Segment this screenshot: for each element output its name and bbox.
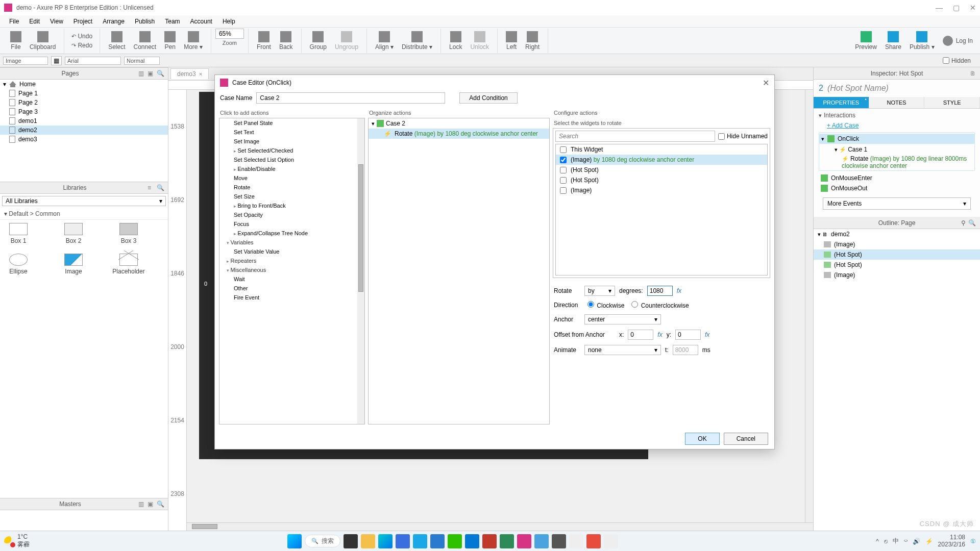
action-item[interactable]: Wait [219,274,364,284]
maximize-button[interactable]: ▢ [953,4,960,12]
action-item[interactable]: Set Size [219,192,364,201]
tab-properties[interactable]: PROPERTIES [814,97,869,108]
action-item[interactable]: Set Opacity [219,210,364,219]
tray-chevron-icon[interactable]: ^ [876,538,879,545]
right-button[interactable]: Right [521,30,544,52]
app-icon[interactable] [413,534,427,548]
scrollbar[interactable] [357,118,364,424]
insert-icon[interactable]: ▦ [51,56,62,65]
widget-search-input[interactable] [555,131,715,142]
pages-home[interactable]: ▾ Home [0,80,168,89]
action-item[interactable]: Focus [219,219,364,229]
lib-placeholder[interactable]: Placeholder [113,254,144,275]
page-item[interactable]: Page 1 [0,89,168,98]
widget-row[interactable]: This Widget [556,144,767,155]
style-combo[interactable] [124,57,160,65]
horizontal-scrollbar[interactable] [187,522,813,531]
group-button[interactable]: Group [306,30,331,52]
doc-icon[interactable]: 🗎 [970,70,976,77]
lib-menu-icon[interactable]: ≡ [148,184,155,191]
publish-button[interactable]: Publish ▾ [905,30,939,52]
library-selector[interactable]: All Libraries▾ [2,196,166,206]
wechat-icon[interactable] [448,534,462,548]
app-icon[interactable] [500,534,514,548]
undo-button[interactable]: ↶ Undo [68,32,95,40]
outline-item[interactable]: (Hot Spot) [814,249,980,260]
menu-view[interactable]: View [45,17,68,26]
more-tools[interactable]: More ▾ [180,30,207,52]
widget-row[interactable]: (Image) [556,185,767,195]
axure-icon[interactable] [517,534,531,548]
organize-action[interactable]: ⚡Rotate (Image) by 1080 deg clockwise an… [369,129,549,139]
app-icon[interactable] [552,534,566,548]
menu-help[interactable]: Help [217,17,240,26]
taskbar-search[interactable]: 🔍 搜索 [305,535,340,547]
organize-case[interactable]: ▾ Case 2 [369,118,549,129]
app-icon[interactable] [604,534,618,548]
volume-icon[interactable]: 🔊 [913,538,920,545]
add-master-folder-icon[interactable]: ▣ [148,500,155,508]
ime-indicator[interactable]: 中 [893,537,899,545]
page-item[interactable]: demo2 [0,126,168,135]
action-item[interactable]: Set Image [219,137,364,146]
event-onclick[interactable]: ▾ OnClick [819,134,974,144]
back-button[interactable]: Back [275,30,297,52]
counterclockwise-radio[interactable]: Counterclockwise [628,301,689,309]
app-icon[interactable] [534,534,549,548]
action-item[interactable]: Set Panel State [219,118,364,128]
notifications-icon[interactable]: ① [970,538,976,545]
tab-style[interactable]: STYLE [924,97,980,108]
ungroup-button[interactable]: Ungroup [331,30,362,52]
widget-row[interactable]: (Image) by 1080 deg clockwise anchor cen… [556,155,767,165]
case-name-input[interactable] [256,92,445,104]
action-item[interactable]: Fire Event [219,293,364,302]
ok-button[interactable]: OK [685,433,719,445]
action-item[interactable]: Set Selected/Checked [219,146,364,155]
animate-dropdown[interactable]: none▾ [584,345,661,355]
lib-box3[interactable]: Box 3 [113,223,144,244]
action-category[interactable]: Repeaters [219,256,364,265]
filter-icon[interactable]: ⚲ [961,219,966,227]
add-condition-button[interactable]: Add Condition [459,92,517,104]
align-button[interactable]: Align ▾ [371,30,398,52]
search-icon[interactable]: 🔍 [157,70,164,77]
weather-widget[interactable]: 1°C雾霾 [4,533,30,549]
vscode-icon[interactable] [465,534,479,548]
clock[interactable]: 11:082023/2/16 [938,534,965,547]
minimize-button[interactable]: — [936,4,943,12]
outline-root[interactable]: ▾ 🗎 demo2 [814,229,980,239]
offset-x-input[interactable] [628,330,653,340]
add-master-icon[interactable]: ▥ [138,500,145,508]
taskview-icon[interactable] [344,534,358,548]
font-combo[interactable] [65,57,121,65]
outline-item[interactable]: (Hot Spot) [814,260,980,270]
start-button[interactable] [287,534,302,548]
action-row[interactable]: ⚡ Rotate (Image) by 1080 deg linear 8000… [819,154,974,170]
front-button[interactable]: Front [253,30,275,52]
dialog-close-button[interactable]: ✕ [763,78,769,88]
menu-edit[interactable]: Edit [24,17,45,26]
inspector-name[interactable]: (Hot Spot Name) [827,84,889,93]
cancel-button[interactable]: Cancel [724,433,768,445]
add-page-icon[interactable]: ▥ [138,70,145,77]
outline-item[interactable]: (Image) [814,270,980,280]
fx-button[interactable]: fx [705,331,709,338]
lib-ellipse[interactable]: Ellipse [3,254,34,275]
search-icon[interactable]: 🔍 [968,219,976,227]
shape-combo[interactable] [3,57,48,65]
page-item[interactable]: Page 2 [0,98,168,107]
more-events-dropdown[interactable]: More Events▾ [823,197,971,210]
fx-button[interactable]: fx [657,331,662,338]
outline-item[interactable]: (Image) [814,239,980,249]
lib-image[interactable]: Image [58,254,89,275]
battery-icon[interactable]: ⚡ [925,538,933,545]
page-item[interactable]: demo3 [0,135,168,144]
vertical-scrollbar[interactable] [805,90,813,522]
login-button[interactable]: Log In [943,36,973,46]
lib-box2[interactable]: Box 2 [58,223,89,244]
menu-arrange[interactable]: Arrange [97,17,130,26]
action-item[interactable]: Enable/Disable [219,164,364,173]
wifi-icon[interactable]: ⌔ [904,538,908,545]
app-icon[interactable] [430,534,445,548]
action-category[interactable]: Variables [219,238,364,247]
